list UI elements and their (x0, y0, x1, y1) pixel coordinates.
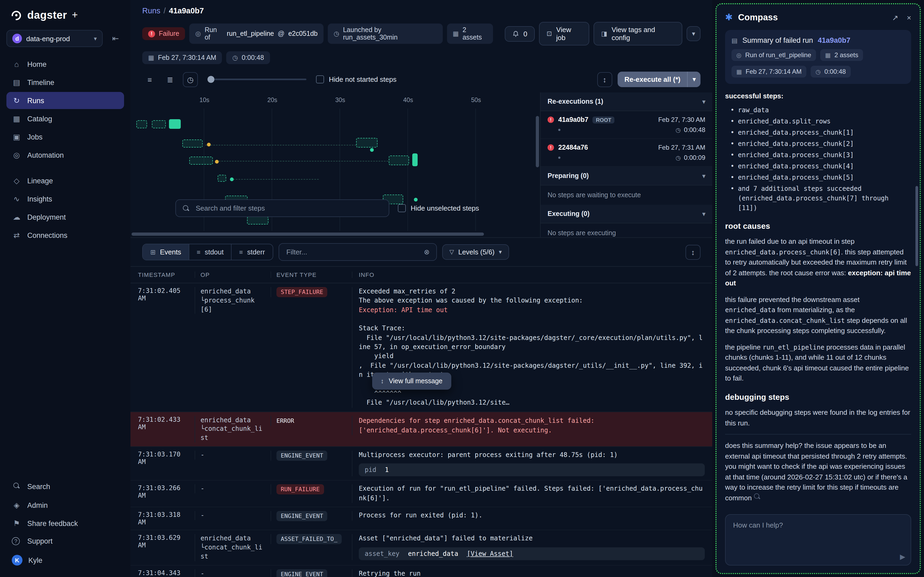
gantt-vertical-scrollbar[interactable] (536, 116, 539, 167)
reexecution-row[interactable]: 41a9a0b7 ROOT Feb 27, 7:30 AM ◷0:00:48 (540, 111, 712, 139)
view-asset-link[interactable]: [View Asset] (467, 550, 513, 557)
gantt-bar[interactable] (152, 120, 166, 128)
reexecute-all-button[interactable]: Re-execute all (*) ▾ (618, 72, 700, 87)
gantt-horizontal-scrollbar[interactable] (132, 232, 484, 236)
log-op: - (200, 485, 204, 493)
gantt-bar[interactable] (247, 216, 268, 224)
step-search-input[interactable] (195, 204, 382, 213)
gantt-bar[interactable] (169, 119, 181, 129)
log-metadata-pill: asset_key enriched_data [View Asset] (359, 547, 705, 560)
sidebar-item-share-feedback[interactable]: ⚑Share feedback (6, 515, 124, 532)
chat-textarea[interactable] (732, 520, 904, 551)
assets-tag[interactable]: ▦ 2 assets (447, 24, 493, 44)
clock-icon: ◷ (187, 75, 194, 84)
zoom-slider[interactable] (208, 76, 306, 83)
log-row[interactable]: 7:31:03.266 AM - RUN_FAILURE Execution o… (131, 481, 712, 508)
log-row[interactable]: 7:31:03.629 AM enriched_data└concat_chun… (131, 530, 712, 566)
breadcrumb-separator: / (164, 6, 166, 15)
gantt-timing-toggle[interactable]: ◷ (183, 72, 198, 87)
view-job-button[interactable]: ⊡ View job (539, 22, 590, 45)
slider-thumb[interactable] (208, 76, 214, 83)
log-row[interactable]: 7:31:04.343 AM - ENGINE_EVENT Retrying t… (131, 565, 712, 577)
sidebar-item-insights[interactable]: ∿Insights (6, 190, 124, 207)
tab-stdout[interactable]: ≡stdout (189, 244, 232, 260)
clear-filter-icon[interactable]: ⊗ (424, 248, 430, 256)
view-full-message-button[interactable]: ↕ View full message (372, 372, 451, 390)
sidebar-item-catalog[interactable]: ▦Catalog (6, 110, 124, 127)
assets-count-label: 2 assets (463, 26, 487, 41)
hide-unselected-checkbox[interactable] (398, 204, 406, 212)
assets-grid-icon: ▦ (453, 30, 459, 37)
close-icon[interactable]: × (907, 13, 911, 22)
run-id[interactable]: 41a9a0b7 (558, 116, 589, 124)
log-row[interactable]: 7:31:03.170 AM - ENGINE_EVENT Multiproce… (131, 447, 712, 481)
sidebar-item-home[interactable]: ⌂Home (6, 56, 124, 73)
expand-logs-button[interactable]: ↕ (685, 245, 700, 259)
code-version[interactable]: e2c051db (288, 30, 318, 37)
sidebar-item-runs[interactable]: ↻Runs (6, 92, 124, 109)
reexecute-all-label[interactable]: Re-execute all (*) (618, 72, 687, 87)
preparing-section-header[interactable]: Preparing (0) ▾ (540, 167, 712, 185)
gantt-bar[interactable] (412, 153, 418, 166)
breadcrumb-runs-link[interactable]: Runs (142, 6, 160, 15)
executing-title: Executing (0) (548, 210, 590, 218)
tag-icon: ◨ (601, 30, 608, 37)
org-selector[interactable]: d data-eng-prod ▾ (6, 30, 103, 47)
log-row[interactable]: 7:31:02.433 AM enriched_data└concat_chun… (131, 412, 712, 447)
hide-unselected-control[interactable]: Hide unselected steps (398, 204, 479, 212)
compass-scrollbar[interactable] (916, 186, 918, 266)
sidebar-item-admin[interactable]: ◈Admin (6, 496, 124, 514)
compass-chat-input[interactable]: ▶ (725, 514, 911, 566)
waterfall-view-icon: ≣ (167, 75, 173, 84)
view-tags-config-button[interactable]: ◨ View tags and config (594, 22, 682, 45)
sidebar-item-user[interactable]: KKyle (6, 551, 124, 570)
sidebar-item-deployment[interactable]: ☁Deployment (6, 208, 124, 226)
reexecution-row[interactable]: 22484a76 Feb 27, 7:31 AM ◷0:00:09 (540, 139, 712, 167)
gantt-view-waterfall-button[interactable]: ≣ (163, 72, 177, 87)
gantt-bar[interactable] (389, 156, 409, 165)
magnifier-icon (754, 493, 761, 500)
open-in-new-icon[interactable]: ↗ (892, 13, 898, 22)
log-filter-input[interactable] (285, 248, 419, 256)
sidebar-item-timeline[interactable]: ▤Timeline (6, 74, 124, 91)
sidebar-item-support[interactable]: ?Support (6, 533, 124, 550)
sidebar-item-connections[interactable]: ⇄Connections (6, 227, 124, 244)
alerts-button[interactable]: 0 (505, 26, 535, 42)
sort-steps-button[interactable]: ↕ (597, 72, 612, 87)
launched-by-tag[interactable]: ◷ Launched by run_assets_30min (328, 24, 442, 44)
sidebar-item-jobs[interactable]: ▣Jobs (6, 128, 124, 145)
log-info-line: The above exception was caused by the fo… (359, 297, 705, 306)
run-id[interactable]: 22484a76 (558, 144, 588, 151)
sidebar-collapse-button[interactable]: ⇤ (107, 30, 124, 47)
hide-not-started-checkbox[interactable] (316, 75, 324, 84)
log-info-line (359, 315, 705, 324)
gantt-bar[interactable] (182, 140, 203, 148)
sidebar-item-automation[interactable]: ◎Automation (6, 147, 124, 164)
tab-stderr[interactable]: ≡stderr (232, 244, 273, 260)
log-row[interactable]: 7:31:02.405 AM enriched_data└process_chu… (131, 283, 712, 412)
step-search[interactable] (176, 199, 389, 217)
log-filter[interactable]: ⊗ (278, 243, 437, 261)
summary-run-link[interactable]: 41a9a0b7 (818, 36, 850, 44)
run-date: Feb 27, 7:31 AM (658, 144, 705, 151)
gantt-bar[interactable] (218, 175, 226, 182)
gantt-view-flat-button[interactable]: ≡ (142, 72, 157, 87)
timeline-icon: ▤ (12, 78, 21, 87)
executing-section-header[interactable]: Executing (0) ▾ (540, 205, 712, 223)
reexecutions-section-header[interactable]: Re-executions (1) ▾ (540, 92, 712, 111)
gantt-bar[interactable] (136, 120, 147, 128)
more-actions-button[interactable]: ▾ (687, 26, 700, 41)
levels-dropdown[interactable]: ▽ Levels (5/6) ▾ (442, 244, 509, 260)
gantt-bar[interactable] (356, 138, 377, 148)
reexecute-options-button[interactable]: ▾ (687, 72, 700, 87)
sidebar-item-search[interactable]: Search (6, 478, 124, 495)
log-view-tabs: ⊞Events ≡stdout ≡stderr (142, 244, 273, 260)
log-row[interactable]: 7:31:03.318 AM - ENGINE_EVENT Process fo… (131, 508, 712, 530)
gantt-bar[interactable] (189, 156, 213, 164)
tab-events[interactable]: ⊞Events (143, 244, 189, 260)
pipeline-name[interactable]: run_etl_pipeline (227, 30, 274, 37)
sidebar-item-lineage[interactable]: ◇Lineage (6, 172, 124, 189)
run-of-tag[interactable]: ◎ Run of run_etl_pipeline @ e2c051db (189, 24, 324, 44)
send-icon[interactable]: ▶ (900, 553, 905, 561)
hide-not-started-control[interactable]: Hide not started steps (316, 75, 397, 84)
